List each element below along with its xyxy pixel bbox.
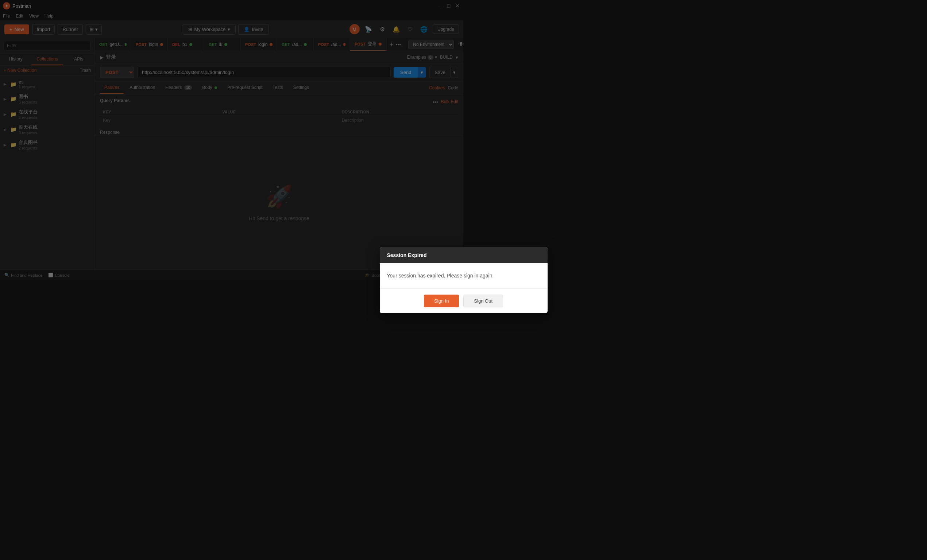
modal-overlay: Session Expired Your session has expired… xyxy=(0,0,464,280)
modal-body: Your session has expired. Please sign in… xyxy=(380,263,464,280)
session-expired-modal: Session Expired Your session has expired… xyxy=(380,247,464,280)
modal-message: Your session has expired. Please sign in… xyxy=(387,272,464,280)
modal-title: Session Expired xyxy=(387,252,427,258)
modal-header: Session Expired xyxy=(380,247,464,263)
